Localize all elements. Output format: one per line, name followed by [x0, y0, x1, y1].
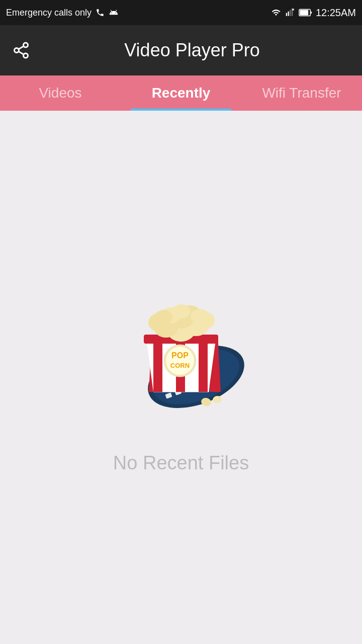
svg-point-46: [172, 304, 190, 318]
signal-icon: [285, 8, 296, 17]
svg-line-12: [19, 46, 24, 49]
svg-rect-0: [286, 13, 287, 16]
no-recent-files-text: No Recent Files: [113, 452, 249, 474]
svg-text:CORN: CORN: [170, 362, 190, 369]
emergency-calls-text: Emergency calls only: [6, 8, 92, 18]
app-bar: Video Player Pro: [0, 25, 362, 75]
share-button[interactable]: [10, 39, 32, 61]
tab-wifi-transfer[interactable]: Wifi Transfer: [241, 75, 362, 111]
status-icons: 12:25AM: [270, 7, 356, 19]
tab-active-indicator: [131, 109, 231, 111]
svg-line-11: [19, 51, 24, 54]
empty-state-illustration: POP CORN: [101, 281, 261, 432]
tab-bar: Videos Recently Wifi Transfer: [0, 75, 362, 111]
svg-rect-3: [292, 9, 293, 16]
battery-icon: [299, 9, 313, 17]
main-content: POP CORN No Recent Files: [0, 111, 362, 644]
svg-point-48: [191, 309, 210, 324]
svg-rect-34: [153, 337, 162, 392]
status-bar: Emergency calls only 12:25AM: [0, 0, 362, 25]
svg-rect-7: [300, 10, 308, 15]
status-text: Emergency calls only: [6, 8, 119, 18]
svg-rect-36: [199, 337, 208, 392]
tab-recently[interactable]: Recently: [121, 75, 241, 111]
svg-rect-2: [290, 10, 291, 16]
svg-point-47: [154, 310, 172, 325]
tab-videos[interactable]: Videos: [0, 75, 121, 111]
wifi-icon: [270, 8, 282, 17]
time-display: 12:25AM: [316, 7, 356, 19]
app-title: Video Player Pro: [32, 40, 352, 61]
svg-text:POP: POP: [171, 351, 189, 360]
phone-icon: [96, 8, 105, 17]
svg-rect-1: [288, 12, 289, 16]
android-icon: [109, 8, 119, 18]
